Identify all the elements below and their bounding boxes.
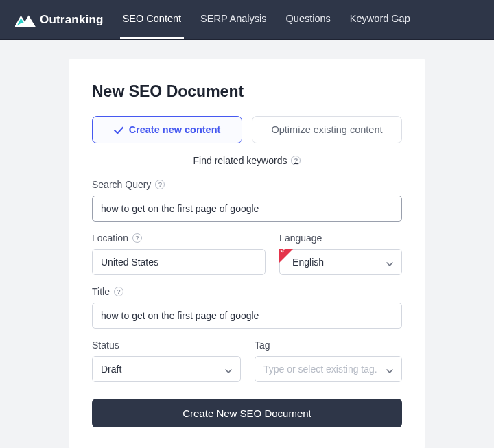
chevron-down-icon <box>386 366 393 373</box>
find-related-keywords-link[interactable]: Find related keywords ? <box>193 155 301 166</box>
create-seo-document-button[interactable]: Create New SEO Document <box>92 399 402 427</box>
page-title: New SEO Document <box>92 82 402 101</box>
help-icon[interactable]: ? <box>155 180 165 189</box>
nav-tab-seo-content[interactable]: SEO Content <box>120 0 184 39</box>
status-field-group: Status Draft <box>92 340 241 382</box>
page-body: New SEO Document Create new content Opti… <box>0 40 494 448</box>
brand-logo[interactable]: Outranking <box>15 11 104 29</box>
toggle-label: Create new content <box>129 124 221 135</box>
brand-name: Outranking <box>40 13 104 27</box>
title-field-group: Title ? <box>92 286 402 329</box>
help-icon[interactable]: ? <box>114 287 124 296</box>
nav-tabs: SEO Content SERP Analysis Questions Keyw… <box>120 0 413 39</box>
help-icon[interactable]: ? <box>132 233 142 243</box>
select-placeholder: Type or select existing tag. <box>263 364 377 375</box>
nav-tab-questions[interactable]: Questions <box>283 0 333 39</box>
logo-icon <box>15 11 36 29</box>
optimize-existing-content-toggle[interactable]: Optimize existing content <box>252 116 402 143</box>
nav-tab-keyword-gap[interactable]: Keyword Gap <box>347 0 413 39</box>
language-select[interactable]: beta English <box>279 249 402 275</box>
field-label: Location <box>92 233 128 244</box>
new-seo-doc-card: New SEO Document Create new content Opti… <box>69 59 425 448</box>
nav-tab-label: SERP Analysis <box>200 13 266 24</box>
field-label: Search Query <box>92 179 151 190</box>
location-language-row: Location ? Language beta English <box>92 233 402 275</box>
toggle-label: Optimize existing content <box>272 124 383 135</box>
field-label: Tag <box>255 340 270 351</box>
select-value: Draft <box>101 364 121 375</box>
help-icon[interactable]: ? <box>291 156 301 165</box>
field-label-row: Status <box>92 340 241 351</box>
field-label-row: Location ? <box>92 233 266 244</box>
nav-tab-label: Keyword Gap <box>350 13 410 24</box>
field-label: Title <box>92 286 110 297</box>
field-label-row: Search Query ? <box>92 179 402 190</box>
select-value: English <box>292 257 324 268</box>
nav-tab-label: SEO Content <box>123 13 181 24</box>
tag-select[interactable]: Type or select existing tag. <box>255 356 402 382</box>
related-keywords-row: Find related keywords ? <box>92 154 402 167</box>
title-input[interactable] <box>92 303 402 329</box>
nav-tab-label: Questions <box>286 13 331 24</box>
field-label-row: Language <box>279 233 402 244</box>
nav-tab-serp-analysis[interactable]: SERP Analysis <box>198 0 269 39</box>
field-label: Language <box>279 233 322 244</box>
button-label: Create New SEO Document <box>183 408 311 419</box>
link-text: Find related keywords <box>193 155 287 166</box>
status-select[interactable]: Draft <box>92 356 241 382</box>
status-tag-row: Status Draft Tag Type or select existing… <box>92 340 402 382</box>
check-icon <box>114 126 124 134</box>
chevron-down-icon <box>225 366 232 373</box>
location-field-group: Location ? <box>92 233 266 275</box>
location-input[interactable] <box>92 249 266 275</box>
search-query-input[interactable] <box>92 196 402 222</box>
create-new-content-toggle[interactable]: Create new content <box>92 116 242 143</box>
chevron-down-icon <box>386 259 393 266</box>
field-label-row: Tag <box>255 340 402 351</box>
search-query-field-group: Search Query ? <box>92 179 402 222</box>
tag-field-group: Tag Type or select existing tag. <box>255 340 402 382</box>
top-navbar: Outranking SEO Content SERP Analysis Que… <box>0 0 494 40</box>
field-label: Status <box>92 340 119 351</box>
field-label-row: Title ? <box>92 286 402 297</box>
content-mode-toggle: Create new content Optimize existing con… <box>92 116 402 143</box>
language-field-group: Language beta English <box>279 233 402 275</box>
